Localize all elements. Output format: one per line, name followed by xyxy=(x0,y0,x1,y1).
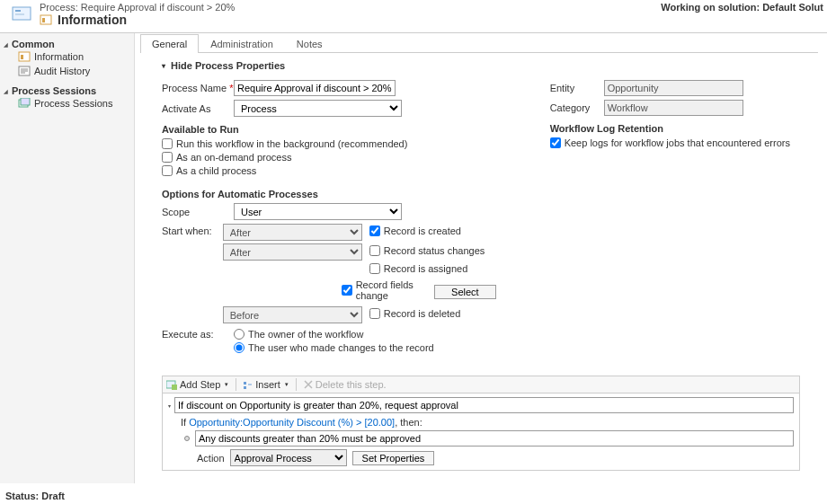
chk-run-background-label: Run this workflow in the background (rec… xyxy=(176,138,407,149)
log-retention-heading: Workflow Log Retention xyxy=(550,123,800,134)
insert-icon xyxy=(244,379,253,390)
radio-user[interactable]: The user who made changes to the record xyxy=(234,342,434,353)
execute-as-label: Execute as: xyxy=(162,329,234,340)
tab-administration[interactable]: Administration xyxy=(199,34,285,53)
category-label: Category xyxy=(550,102,604,113)
add-step-icon xyxy=(166,379,177,390)
select-fields-button[interactable]: Select xyxy=(434,285,496,299)
start-when-label: Start when: xyxy=(162,224,223,236)
chk-record-fields[interactable]: Record fields change xyxy=(342,279,427,301)
working-on-solution: Working on solution: Default Solut xyxy=(661,2,823,13)
step-toolbar: Add Step Insert Delete this step. xyxy=(162,376,800,393)
sidebar-item-information[interactable]: Information xyxy=(4,49,130,64)
category-value: Workflow xyxy=(604,100,743,116)
chk-record-deleted-label: Record is deleted xyxy=(384,308,461,319)
action-label: Action xyxy=(197,453,225,464)
chk-run-background[interactable]: Run this workflow in the background (rec… xyxy=(162,138,496,149)
activate-as-label: Activate As xyxy=(162,103,234,114)
options-heading: Options for Automatic Processes xyxy=(162,189,496,199)
insert-button[interactable]: Insert xyxy=(244,379,289,390)
scope-select[interactable]: User xyxy=(234,203,402,220)
sidebar-item-audit-label: Audit History xyxy=(34,66,90,76)
sidebar-item-sessions-label: Process Sessions xyxy=(34,98,112,109)
sidebar-item-information-label: Information xyxy=(34,51,84,62)
entity-label: Entity xyxy=(550,83,604,93)
svg-rect-6 xyxy=(21,55,23,59)
chk-on-demand[interactable]: As an on-demand process xyxy=(162,152,496,163)
chk-on-demand-label: As an on-demand process xyxy=(176,152,291,163)
svg-rect-2 xyxy=(15,13,24,15)
if-prefix: If xyxy=(181,417,189,428)
svg-rect-11 xyxy=(172,385,177,390)
main: Common Information Audit History Process… xyxy=(0,33,827,483)
general-panel: Hide Process Properties Process Name * A… xyxy=(135,53,818,483)
svg-rect-12 xyxy=(244,382,246,385)
tab-general[interactable]: General xyxy=(140,34,199,53)
sidebar-group-sessions-title[interactable]: Process Sessions xyxy=(4,85,130,96)
radio-owner-label: The owner of the workflow xyxy=(248,329,363,340)
step-collapse-icon[interactable]: ▾ xyxy=(168,402,171,409)
process-name-label: Process Name * xyxy=(162,83,234,93)
scope-label: Scope xyxy=(162,207,234,217)
sidebar-item-sessions[interactable]: Process Sessions xyxy=(4,96,130,111)
start-when-after-2[interactable]: After xyxy=(223,243,362,261)
header-titles: Process: Require Approval if discount > … xyxy=(40,2,235,27)
if-condition-row: If Opportunity:Opportunity Discount (%) … xyxy=(181,417,794,428)
info-title: Information xyxy=(58,13,127,27)
inner-step-description-input[interactable] xyxy=(195,430,794,447)
sessions-icon xyxy=(18,98,31,109)
chk-record-status-label: Record status changes xyxy=(384,245,485,256)
info-icon xyxy=(40,13,52,26)
info-small-icon xyxy=(18,51,31,62)
chk-record-deleted[interactable]: Record is deleted xyxy=(369,308,461,319)
process-name-input[interactable] xyxy=(234,80,396,96)
action-select[interactable]: Approval Process xyxy=(230,449,347,466)
radio-user-label: The user who made changes to the record xyxy=(248,342,434,353)
chk-record-fields-label: Record fields change xyxy=(356,279,427,301)
set-properties-button[interactable]: Set Properties xyxy=(352,451,435,465)
chk-record-assigned[interactable]: Record is assigned xyxy=(369,263,468,274)
start-when-before[interactable]: Before xyxy=(223,306,362,323)
entity-value: Opportunity xyxy=(604,80,743,96)
chk-record-created[interactable]: Record is created xyxy=(369,225,461,236)
tab-notes[interactable]: Notes xyxy=(285,34,334,53)
delete-icon xyxy=(304,380,313,389)
chk-keep-logs[interactable]: Keep logs for workflow jobs that encount… xyxy=(550,137,800,148)
sidebar-item-audit[interactable]: Audit History xyxy=(4,64,130,78)
hide-process-properties-toggle[interactable]: Hide Process Properties xyxy=(162,60,800,71)
chk-child-process-label: As a child process xyxy=(176,165,256,176)
chk-child-process[interactable]: As a child process xyxy=(162,165,496,176)
info-title-row: Information xyxy=(40,13,235,27)
delete-step-button: Delete this step. xyxy=(304,379,387,390)
chk-record-status[interactable]: Record status changes xyxy=(369,245,485,256)
svg-rect-4 xyxy=(42,18,45,22)
process-icon xyxy=(9,2,34,27)
tabs: General Administration Notes xyxy=(140,33,818,53)
add-step-label: Add Step xyxy=(180,379,220,390)
svg-rect-1 xyxy=(15,10,21,12)
right-column: Entity Opportunity Category Workflow Wor… xyxy=(550,80,800,359)
svg-rect-5 xyxy=(19,52,30,61)
available-to-run-heading: Available to Run xyxy=(162,124,496,135)
radio-owner[interactable]: The owner of the workflow xyxy=(234,329,434,340)
left-column: Process Name * Activate As Process Avail… xyxy=(162,80,496,359)
start-when-after-1[interactable]: After xyxy=(223,224,362,241)
if-expression-link[interactable]: Opportunity:Opportunity Discount (%) > [… xyxy=(189,417,395,428)
if-suffix: , then: xyxy=(395,417,422,428)
step-description-input[interactable] xyxy=(174,397,794,413)
status-bar: Status: Draft xyxy=(0,488,827,504)
svg-rect-13 xyxy=(244,386,246,389)
step-bullet-icon xyxy=(184,436,190,441)
activate-as-select[interactable]: Process xyxy=(234,100,402,117)
step-container: ▾ If Opportunity:Opportunity Discount (%… xyxy=(162,393,800,471)
add-step-button[interactable]: Add Step xyxy=(166,379,228,390)
chk-record-assigned-label: Record is assigned xyxy=(384,263,468,274)
svg-rect-3 xyxy=(40,15,51,24)
sidebar: Common Information Audit History Process… xyxy=(0,33,135,483)
sidebar-group-common: Common Information Audit History xyxy=(4,39,130,78)
content: General Administration Notes Hide Proces… xyxy=(135,33,827,483)
sidebar-group-sessions: Process Sessions Process Sessions xyxy=(4,85,130,111)
sidebar-group-common-title[interactable]: Common xyxy=(4,39,130,49)
chk-record-created-label: Record is created xyxy=(384,225,461,236)
audit-icon xyxy=(18,66,31,76)
